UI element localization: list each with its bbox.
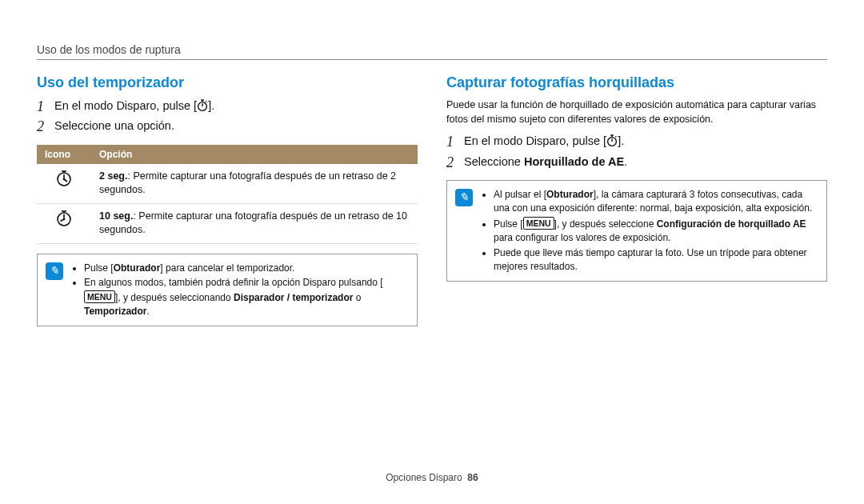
th-icon: Icono: [37, 145, 91, 164]
section-heading-timer: Uso del temporizador: [37, 74, 418, 91]
intro-paragraph: Puede usar la función de horquillado de …: [446, 98, 827, 126]
svg-line-17: [615, 137, 616, 138]
note-box: ✎ Pulse [Obturador] para cancelar el tem…: [37, 254, 418, 327]
step-list-left: 1 En el modo Disparo, pulse []. 2 Selecc…: [37, 98, 418, 137]
step-number: 1: [446, 133, 464, 151]
note-content: Pulse [Obturador] para cancelar el tempo…: [71, 261, 409, 320]
step-text: Seleccione una opción.: [54, 118, 174, 135]
menu-key-icon: MENU: [523, 217, 554, 230]
footer-section: Opciones Disparo: [386, 472, 462, 483]
step-item: 1 En el modo Disparo, pulse [].: [37, 98, 418, 116]
header-rule: [37, 59, 827, 60]
page-footer: Opciones Disparo 86: [0, 472, 864, 483]
timer-icon: [606, 134, 618, 147]
option-icon-cell: [37, 164, 91, 204]
menu-key-icon: MENU: [84, 290, 115, 303]
step-number: 1: [37, 98, 54, 116]
option-desc-cell: 2 seg.: Permite capturar una fotografía …: [91, 164, 418, 204]
svg-line-4: [206, 102, 206, 102]
step-item: 2 Seleccione Horquillado de AE.: [446, 154, 827, 172]
timer-icon: [197, 99, 208, 112]
options-table: Icono Opción 2 seg.: Permite capturar un…: [37, 145, 418, 244]
page-header: Uso de los modos de ruptura: [37, 43, 827, 56]
step-text: Seleccione Horquillado de AE.: [464, 154, 627, 171]
section-heading-bracketing: Capturar fotografías horquilladas: [446, 74, 827, 91]
svg-point-12: [63, 218, 66, 220]
timer-2s-icon: [55, 170, 73, 187]
right-column: Capturar fotografías horquilladas Puede …: [446, 74, 827, 326]
step-text: En el modo Disparo, pulse [].: [464, 133, 624, 150]
note-box: ✎ Al pulsar el [Obturador], la cámara ca…: [446, 180, 827, 282]
timer-10s-icon: [55, 210, 73, 227]
note-item: Pulse [MENU], y después seleccione Confi…: [494, 217, 818, 246]
info-icon: ✎: [46, 262, 63, 280]
note-item: En algunos modos, también podrá definir …: [84, 276, 409, 318]
left-column: Uso del temporizador 1 En el modo Dispar…: [37, 74, 418, 326]
footer-page-number: 86: [467, 472, 478, 483]
note-item: Pulse [Obturador] para cancelar el tempo…: [84, 262, 409, 275]
option-desc-cell: 10 seg.: Permite capturar una fotografía…: [91, 203, 418, 243]
th-option: Opción: [91, 145, 418, 164]
note-content: Al pulsar el [Obturador], la cámara capt…: [481, 187, 818, 274]
table-row: 2 seg.: Permite capturar una fotografía …: [37, 164, 418, 204]
document-page: Uso de los modos de ruptura Uso del temp…: [0, 0, 864, 504]
info-icon: ✎: [455, 189, 473, 206]
option-icon-cell: [37, 203, 91, 243]
table-row: 10 seg.: Permite capturar una fotografía…: [37, 203, 418, 243]
note-item: Puede que lleve más tiempo capturar la f…: [494, 246, 818, 274]
note-item: Al pulsar el [Obturador], la cámara capt…: [494, 188, 818, 216]
step-item: 2 Seleccione una opción.: [37, 118, 418, 136]
svg-point-8: [63, 178, 66, 180]
two-column-layout: Uso del temporizador 1 En el modo Dispar…: [37, 74, 827, 326]
step-item: 1 En el modo Disparo, pulse [].: [446, 133, 827, 151]
step-number: 2: [37, 118, 54, 136]
step-list-right: 1 En el modo Disparo, pulse []. 2 Selecc…: [446, 133, 827, 172]
step-number: 2: [446, 154, 464, 172]
step-text: En el modo Disparo, pulse [].: [54, 98, 214, 115]
